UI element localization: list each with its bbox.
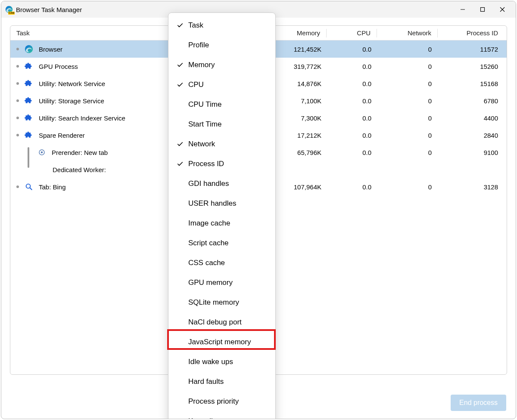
svg-line-9 [30, 188, 32, 190]
context-menu-item[interactable]: NaCl debug port [168, 312, 275, 332]
window-title: Browser Task Manager [16, 6, 82, 13]
cell-network: 0 [377, 97, 438, 105]
context-menu-item[interactable]: Script cache [168, 233, 275, 253]
context-menu-label: GPU memory [187, 278, 233, 287]
circle-icon [37, 148, 47, 157]
cell-cpu: 0.0 [327, 149, 377, 156]
task-label: Browser [39, 46, 62, 53]
cell-network: 0 [377, 132, 438, 139]
end-process-button[interactable]: End process [451, 395, 506, 411]
context-menu-item[interactable]: Profile [168, 35, 275, 55]
group-indicator [28, 147, 29, 168]
cell-pid: 4400 [438, 114, 507, 122]
cell-pid: 2840 [438, 132, 507, 139]
context-menu-label: Memory [187, 61, 215, 69]
context-menu-item[interactable]: CPU Time [168, 95, 275, 114]
col-header-pid[interactable]: Process ID [438, 29, 507, 37]
context-menu-label: JavaScript memory [187, 338, 251, 346]
check-icon [174, 62, 187, 68]
cell-network: 0 [377, 80, 438, 87]
context-menu-label: NaCl debug port [187, 318, 242, 327]
cell-pid: 9100 [438, 149, 507, 156]
svg-rect-2 [481, 8, 485, 12]
row-bullet [16, 117, 19, 119]
context-menu-label: Hard faults [187, 377, 224, 386]
row-bullet [16, 99, 19, 102]
context-menu-label: CPU Time [187, 100, 221, 109]
col-header-network[interactable]: Network [377, 29, 437, 37]
context-menu-item[interactable]: SQLite memory [168, 293, 275, 312]
cell-network: 0 [377, 114, 438, 122]
edge-icon [24, 44, 34, 54]
window-controls [453, 3, 512, 16]
check-icon [174, 22, 187, 29]
context-menu-item[interactable]: JavaScript memory [168, 332, 275, 352]
task-label: Utility: Search Indexer Service [39, 114, 125, 122]
task-label: Dedicated Worker: [53, 166, 106, 173]
row-bullet [16, 65, 19, 68]
task-label: GPU Process [39, 63, 78, 70]
cell-pid: 3128 [438, 183, 507, 191]
context-menu-label: CSS cache [187, 259, 225, 267]
context-menu-label: Network [187, 140, 215, 148]
context-menu-label: SQLite memory [187, 298, 239, 307]
row-bullet [16, 82, 19, 85]
svg-point-7 [41, 151, 43, 154]
context-menu-item[interactable]: Process ID [168, 154, 275, 174]
context-menu-item[interactable]: Start Time [168, 114, 275, 134]
task-label: Utility: Storage Service [39, 97, 104, 105]
cell-cpu: 0.0 [327, 183, 377, 191]
cell-cpu: 0.0 [327, 97, 377, 105]
context-menu-item[interactable]: GPU memory [168, 273, 275, 293]
cell-cpu: 0.0 [327, 63, 377, 70]
minimize-button[interactable] [453, 3, 473, 16]
maximize-button[interactable] [473, 3, 492, 16]
row-bullet [16, 134, 19, 136]
context-menu-item[interactable]: Process priority [168, 392, 275, 411]
context-menu-label: Profile [187, 41, 209, 49]
context-menu-item[interactable]: Keepalive count [168, 411, 275, 419]
context-menu-label: Script cache [187, 239, 229, 247]
col-header-cpu[interactable]: CPU [327, 29, 377, 37]
context-menu-item[interactable]: Task [168, 15, 275, 35]
task-label: Tab: Bing [39, 183, 66, 191]
context-menu-item[interactable]: USER handles [168, 194, 275, 213]
context-menu-label: Process ID [187, 160, 224, 168]
context-menu-label: GDI handles [187, 179, 229, 188]
cell-pid: 15260 [438, 63, 507, 70]
context-menu-item[interactable]: Image cache [168, 213, 275, 233]
columns-context-menu[interactable]: TaskProfileMemoryCPUCPU TimeStart TimeNe… [168, 12, 276, 419]
app-icon: CAN [5, 5, 13, 14]
check-icon [174, 141, 187, 148]
context-menu-item[interactable]: Idle wake ups [168, 352, 275, 372]
cell-cpu: 0.0 [327, 132, 377, 139]
task-manager-window: CAN Browser Task Manager Task Memory CPU… [1, 1, 516, 419]
row-bullet [16, 48, 19, 50]
context-menu-label: Start Time [187, 120, 221, 129]
cell-pid: 11572 [438, 46, 507, 53]
context-menu-item[interactable]: Hard faults [168, 372, 275, 392]
context-menu-item[interactable]: GDI handles [168, 174, 275, 194]
task-label: Prerender: New tab [52, 149, 108, 156]
context-menu-item[interactable]: Memory [168, 55, 275, 75]
context-menu-item[interactable]: CPU [168, 75, 275, 95]
close-button[interactable] [492, 3, 512, 16]
cell-network: 0 [377, 46, 438, 53]
context-menu-label: Image cache [187, 219, 230, 228]
context-menu-label: Process priority [187, 397, 239, 406]
task-label: Utility: Network Service [39, 80, 105, 87]
context-menu-label: CPU [187, 80, 204, 89]
cell-pid: 15168 [438, 80, 507, 87]
context-menu-item[interactable]: Network [168, 134, 275, 154]
search-icon [24, 182, 34, 191]
context-menu-item[interactable]: CSS cache [168, 253, 275, 273]
row-bullet [16, 185, 19, 188]
puzzle-icon [24, 96, 34, 105]
context-menu-label: Keepalive count [187, 417, 240, 419]
puzzle-icon [24, 62, 34, 71]
cell-cpu: 0.0 [327, 114, 377, 122]
context-menu-label: USER handles [187, 199, 237, 208]
cell-network: 0 [377, 149, 438, 156]
cell-network: 0 [377, 63, 438, 70]
context-menu-label: Idle wake ups [187, 358, 233, 366]
